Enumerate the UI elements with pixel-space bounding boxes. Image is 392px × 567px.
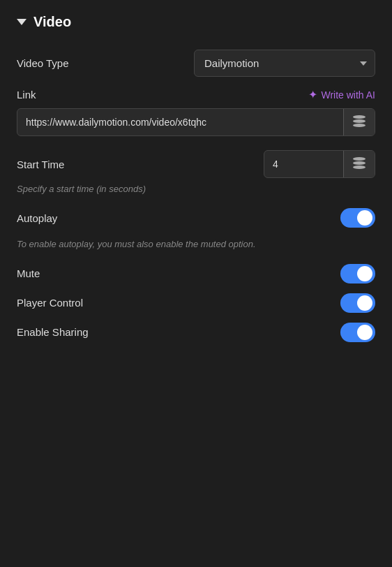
chevron-down-icon[interactable] [17, 19, 27, 25]
video-type-row: Video Type Dailymotion YouTube Vimeo Sel… [17, 50, 375, 77]
mute-toggle[interactable] [340, 264, 375, 284]
enable-sharing-label: Enable Sharing [17, 326, 89, 338]
write-with-ai-button[interactable]: ✦ Write with AI [308, 88, 375, 101]
mute-slider [340, 264, 375, 284]
link-input[interactable] [17, 110, 343, 135]
section-title: Video [33, 14, 71, 30]
section-header[interactable]: Video [17, 14, 375, 30]
player-control-slider [340, 293, 375, 313]
start-time-input[interactable] [264, 152, 343, 177]
autoplay-slider [340, 208, 375, 228]
start-time-input-group [264, 150, 375, 178]
database-icon-2 [352, 157, 366, 171]
link-input-group [17, 108, 375, 136]
write-with-ai-label: Write with AI [321, 89, 375, 101]
player-control-label: Player Control [17, 297, 83, 309]
link-label: Link [17, 89, 36, 101]
link-label-row: Link ✦ Write with AI [17, 88, 375, 101]
autoplay-label: Autoplay [17, 212, 57, 224]
player-control-toggle[interactable] [340, 293, 375, 313]
start-time-label: Start Time [17, 159, 64, 170]
start-time-db-button[interactable] [343, 151, 375, 177]
enable-sharing-row: Enable Sharing [17, 323, 375, 342]
link-group: Link ✦ Write with AI [17, 88, 375, 136]
video-type-select-wrapper: Dailymotion YouTube Vimeo Self-hosted [194, 50, 375, 77]
mute-row: Mute [17, 264, 375, 284]
sparkle-icon: ✦ [308, 88, 317, 101]
player-control-row: Player Control [17, 293, 375, 313]
link-db-button[interactable] [343, 109, 375, 135]
autoplay-row: Autoplay [17, 208, 375, 228]
main-container: Video Video Type Dailymotion YouTube Vim… [0, 0, 392, 366]
autoplay-note: To enable autoplay, you must also enable… [17, 237, 375, 251]
start-time-hint: Specify a start time (in seconds) [17, 184, 375, 194]
enable-sharing-toggle[interactable] [340, 323, 375, 342]
autoplay-toggle[interactable] [340, 208, 375, 228]
start-time-row: Start Time [17, 150, 375, 178]
video-type-label: Video Type [17, 57, 69, 69]
video-type-select[interactable]: Dailymotion YouTube Vimeo Self-hosted [194, 50, 375, 77]
enable-sharing-slider [340, 323, 375, 342]
mute-label: Mute [17, 267, 40, 279]
start-time-group: Start Time Specify a start time (in seco… [17, 150, 375, 194]
database-icon [352, 115, 366, 129]
